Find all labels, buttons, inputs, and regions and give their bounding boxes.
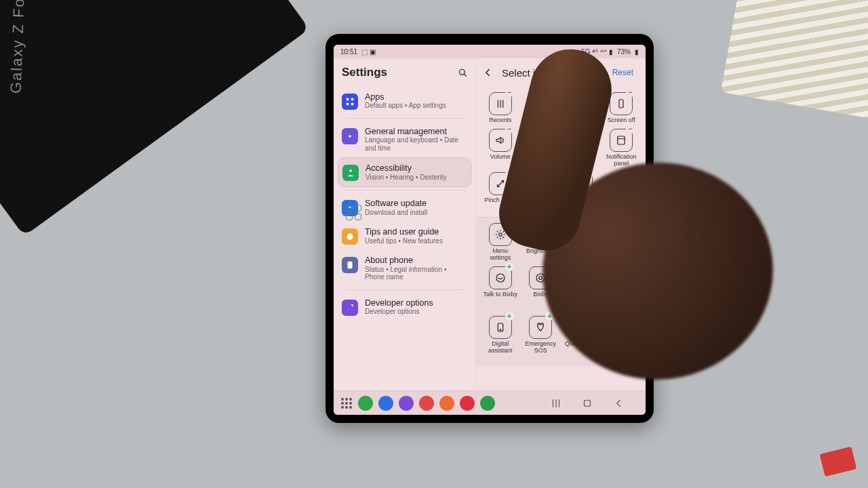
- item-notification-panel-label: Notification panel: [603, 154, 639, 167]
- item-magnification-badge-icon[interactable]: +: [626, 219, 635, 228]
- svg-rect-33: [580, 274, 581, 282]
- item-screen-rotation[interactable]: +Screen rotation: [562, 220, 600, 261]
- settings-item-tips-guide-subtitle: Useful tips • New features: [365, 237, 443, 245]
- settings-item-tips-guide[interactable]: !Tips and user guideUseful tips • New fe…: [338, 222, 471, 250]
- statusbar-signal-icons: 5G ⁴ᴳ ᵃᶦʳ ▮: [581, 48, 613, 56]
- item-recents-badge-icon[interactable]: −: [505, 88, 514, 97]
- physical-box-text: Galaxy Z Fold6: [7, 0, 29, 94]
- item-power-off-menu[interactable]: −Power off menu: [522, 169, 560, 210]
- svg-point-6: [349, 135, 351, 138]
- item-talk-to-bixby[interactable]: +Talk to Bixby: [481, 264, 519, 310]
- item-bixby[interactable]: +Bixby: [522, 264, 560, 310]
- back-button[interactable]: [480, 65, 495, 80]
- item-double-press-side-badge-icon[interactable]: +: [626, 262, 635, 271]
- item-cursor[interactable]: −Cursor: [562, 126, 600, 167]
- svg-point-31: [536, 274, 545, 282]
- item-screen-control[interactable]: −Screen control: [562, 169, 600, 210]
- settings-item-tips-guide-title: Tips and user guide: [365, 227, 443, 237]
- settings-item-developer-options[interactable]: Developer optionsDeveloper options: [338, 293, 471, 321]
- item-notification-panel[interactable]: −Notification panel: [603, 126, 641, 167]
- search-icon[interactable]: [455, 65, 470, 80]
- reset-button[interactable]: Reset: [612, 68, 639, 77]
- item-back-badge-icon[interactable]: −: [586, 88, 595, 97]
- item-quick-panel-badge-icon[interactable]: +: [586, 312, 595, 321]
- dock-app-3[interactable]: [419, 396, 434, 411]
- item-screenshots[interactable]: −Screenshots: [522, 126, 560, 167]
- dock-app-4[interactable]: [439, 396, 454, 411]
- item-pinch-zoom-badge-icon[interactable]: −: [505, 168, 514, 177]
- dock-apps: [358, 396, 495, 411]
- item-screen-off[interactable]: −Screen off: [603, 89, 641, 123]
- item-press-hold-side-badge-icon[interactable]: +: [586, 262, 595, 271]
- item-recents[interactable]: −Recents: [481, 89, 519, 123]
- svg-point-22: [539, 182, 542, 186]
- item-screen-rotation-badge-icon[interactable]: +: [586, 219, 595, 228]
- item-menu-settings-label: Menu settings: [482, 248, 519, 261]
- item-double-press-side[interactable]: +Double press side button: [603, 264, 641, 310]
- settings-item-about-phone-subtitle: Status • Legal information • Phone name: [365, 266, 467, 281]
- settings-item-developer-options-subtitle: Developer options: [365, 308, 433, 316]
- item-digital-assistant-badge-icon[interactable]: +: [505, 312, 514, 321]
- item-press-hold-side[interactable]: +Press and hold side button: [562, 264, 600, 310]
- item-emergency-sos-badge-icon[interactable]: +: [545, 312, 554, 321]
- item-brightness-badge-icon[interactable]: +: [545, 219, 554, 228]
- item-emergency-sos[interactable]: +SOSEmergency SOS: [522, 313, 560, 354]
- svg-line-21: [497, 181, 503, 187]
- nav-home-button[interactable]: [580, 396, 594, 410]
- svg-point-30: [496, 274, 505, 282]
- item-talk-to-bixby-badge-icon[interactable]: +: [505, 262, 514, 271]
- dock-app-0[interactable]: [358, 396, 373, 411]
- apps-drawer-icon[interactable]: [340, 397, 353, 409]
- svg-point-36: [500, 329, 501, 331]
- svg-point-7: [349, 170, 352, 173]
- item-home-label: Home: [532, 117, 549, 123]
- item-magnification[interactable]: +AMagnification: [603, 220, 641, 261]
- settings-item-apps-subtitle: Default apps • App settings: [365, 102, 446, 110]
- dock-app-2[interactable]: [399, 396, 414, 411]
- item-screen-off-label: Screen off: [608, 117, 635, 123]
- item-screen-control-badge-icon[interactable]: −: [586, 168, 595, 177]
- item-magnification-label: Magnification: [604, 248, 639, 254]
- nav-recents-button[interactable]: [549, 396, 563, 410]
- svg-rect-41: [582, 329, 585, 331]
- assistant-menu-overlay-icon[interactable]: [346, 205, 363, 221]
- item-screen-off-badge-icon[interactable]: −: [626, 88, 635, 97]
- settings-item-accessibility[interactable]: AccessibilityVision • Hearing • Dexterit…: [338, 157, 471, 187]
- dock-app-6[interactable]: [480, 396, 495, 411]
- item-volume[interactable]: −Volume: [481, 126, 519, 167]
- statusbar-left-icons: ⬚ ▣: [361, 48, 376, 56]
- item-quick-panel[interactable]: +Quick panel: [562, 313, 600, 354]
- item-menu-settings-badge-icon[interactable]: +: [505, 219, 514, 228]
- settings-item-apps[interactable]: AppsDefault apps • App settings: [338, 87, 471, 115]
- dock-app-1[interactable]: [378, 396, 393, 411]
- item-brightness[interactable]: +Brightness: [522, 220, 560, 261]
- tablet-device-frame: 10:51 ⬚ ▣ 5G ⁴ᴳ ᵃᶦʳ ▮ 73% ▮ Settings App…: [326, 34, 654, 423]
- item-home-badge-icon[interactable]: −: [545, 88, 554, 97]
- item-cursor-badge-icon[interactable]: −: [586, 125, 595, 134]
- nav-back-button[interactable]: [612, 396, 625, 410]
- settings-item-about-phone[interactable]: About phoneStatus • Legal information • …: [338, 250, 471, 286]
- settings-item-software-update-subtitle: Download and install: [365, 209, 427, 217]
- statusbar-time: 10:51: [340, 48, 357, 56]
- item-brightness-label: Brightness: [526, 248, 555, 254]
- item-home[interactable]: −Home: [522, 89, 560, 123]
- svg-rect-5: [351, 103, 354, 106]
- dock-app-5[interactable]: [460, 396, 475, 411]
- item-power-off-menu-badge-icon[interactable]: −: [545, 168, 554, 177]
- item-digital-assistant[interactable]: +Digital assistant: [481, 313, 519, 354]
- item-power-off-menu-label: Power off menu: [522, 197, 559, 210]
- item-notification-panel-badge-icon[interactable]: −: [626, 125, 635, 134]
- settings-item-general-management[interactable]: General managementLanguage and keyboard …: [338, 121, 471, 157]
- item-pinch-zoom[interactable]: −Pinch zoom: [481, 169, 519, 210]
- select-items-title: Select items: [502, 67, 606, 79]
- svg-text:A: A: [619, 232, 623, 237]
- physical-prop-right: [721, 0, 868, 123]
- item-screenshots-badge-icon[interactable]: −: [545, 125, 554, 134]
- settings-item-developer-options-title: Developer options: [365, 298, 433, 308]
- item-back[interactable]: −Back: [562, 89, 600, 123]
- status-bar: 10:51 ⬚ ▣ 5G ⁴ᴳ ᵃᶦʳ ▮ 73% ▮: [334, 45, 646, 58]
- select-items-pane: Select items Reset −Recents−Home−Back−Sc…: [476, 58, 646, 390]
- item-volume-badge-icon[interactable]: −: [505, 125, 514, 134]
- item-bixby-badge-icon[interactable]: +: [545, 262, 554, 271]
- item-menu-settings[interactable]: +Menu settings: [481, 220, 519, 261]
